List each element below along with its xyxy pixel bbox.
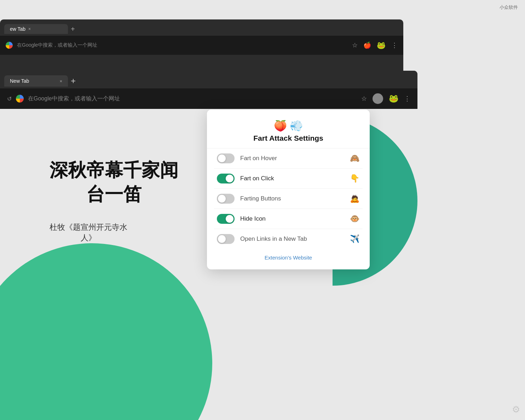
toggle-click-track	[217, 174, 235, 183]
bg-address-bar: 在Google中搜索，或者输入一个网址 ☆ 🍎 🐸 ⋮	[0, 36, 403, 55]
bg-star-icon[interactable]: ☆	[352, 41, 358, 49]
settings-list: Fart on Hover 🙈 Fart on Click 👇 Fartin	[207, 148, 370, 249]
bg-toolbar: ☆ 🍎 🐸 ⋮	[352, 41, 398, 49]
label-fart-on-hover: Fart on Hover	[240, 155, 344, 162]
toggle-hover-thumb	[218, 154, 226, 162]
extension-link-container[interactable]: Extension's Website	[207, 249, 370, 262]
emoji-open-new-tab: ✈️	[349, 234, 360, 244]
star-icon[interactable]: ☆	[361, 95, 367, 103]
toggle-buttons[interactable]	[217, 194, 235, 204]
extension-website-link[interactable]: Extension's Website	[265, 255, 312, 261]
watermark: 小众软件	[500, 4, 518, 11]
main-tab-bar: New Tab × +	[0, 71, 417, 88]
popup-title: Fart Attack Settings	[215, 134, 361, 142]
settings-row-new-tab: Open Links in a New Tab ✈️	[214, 229, 363, 249]
more-menu-icon[interactable]: ⋮	[404, 95, 410, 103]
main-toolbar: ☆ 🐸 ⋮	[361, 93, 410, 104]
toggle-hide-icon-thumb	[226, 215, 233, 223]
toggle-hide-icon[interactable]	[217, 214, 235, 224]
bg-address-text[interactable]: 在Google中搜索，或者输入一个网址	[17, 42, 97, 48]
main-tab[interactable]: New Tab ×	[4, 75, 68, 87]
toggle-new-tab-thumb	[218, 235, 226, 243]
popup-panel: 🍑 💨 Fart Attack Settings Fart on Hover 🙈	[207, 110, 370, 269]
green-circle-decoration	[0, 243, 212, 420]
google-logo-icon	[16, 95, 24, 103]
settings-row-click: Fart on Click 👇	[214, 169, 363, 189]
main-address-bar[interactable]: ↺ 在Google中搜索，或者输入一个网址 ☆ 🐸 ⋮	[0, 88, 417, 109]
settings-row-buttons: Farting Buttons 🙇	[214, 189, 363, 209]
toggle-buttons-track	[217, 194, 235, 204]
settings-row-hide-icon: Hide Icon 🐵	[214, 209, 363, 229]
popup-emojis: 🍑 💨	[215, 119, 361, 132]
toggle-click[interactable]	[217, 174, 235, 183]
toggle-new-tab-track	[217, 234, 235, 244]
chinese-main-text: 深秋帝幕千家闻台一笛	[50, 158, 178, 206]
label-farting-buttons: Farting Buttons	[240, 195, 344, 202]
emoji-fart-on-click: 👇	[349, 174, 360, 183]
settings-gear-icon[interactable]: ⚙	[512, 404, 520, 415]
emoji-hide-icon: 🐵	[349, 214, 360, 223]
label-open-new-tab: Open Links in a New Tab	[240, 235, 344, 243]
chinese-sub-text: 杜牧《题宣州开元寺水人》	[50, 222, 127, 243]
label-hide-icon: Hide Icon	[240, 215, 344, 222]
bg-new-tab-button[interactable]: +	[71, 25, 75, 33]
bg-extension-icon[interactable]: 🍎	[363, 41, 371, 49]
toggle-new-tab[interactable]	[217, 234, 235, 244]
label-fart-on-click: Fart on Click	[240, 175, 344, 182]
bg-tab-label: ew Tab	[10, 26, 25, 32]
toggle-hover-track	[217, 153, 235, 163]
main-tab-close[interactable]: ×	[59, 78, 62, 84]
toggle-buttons-thumb	[218, 195, 226, 203]
toggle-click-thumb	[226, 175, 233, 182]
new-tab-button[interactable]: +	[71, 76, 76, 86]
bg-frog-icon[interactable]: 🐸	[377, 41, 386, 49]
user-avatar[interactable]	[373, 93, 383, 104]
bg-more-icon[interactable]: ⋮	[391, 41, 398, 49]
toggle-hover[interactable]	[217, 153, 235, 163]
address-text[interactable]: 在Google中搜索，或者输入一个网址	[28, 95, 357, 103]
bg-google-logo	[6, 42, 13, 49]
emoji-fart-on-hover: 🙈	[349, 154, 360, 163]
toggle-hide-icon-track	[217, 214, 235, 224]
bg-tab-close[interactable]: ×	[28, 27, 31, 31]
settings-row-hover: Fart on Hover 🙈	[214, 148, 363, 169]
reload-icon[interactable]: ↺	[7, 95, 12, 102]
popup-header: 🍑 💨 Fart Attack Settings	[207, 119, 370, 148]
bg-tab[interactable]: ew Tab ×	[4, 24, 68, 34]
main-tab-label: New Tab	[10, 78, 29, 84]
emoji-farting-buttons: 🙇	[349, 194, 360, 203]
frog-extension-icon[interactable]: 🐸	[389, 94, 398, 103]
